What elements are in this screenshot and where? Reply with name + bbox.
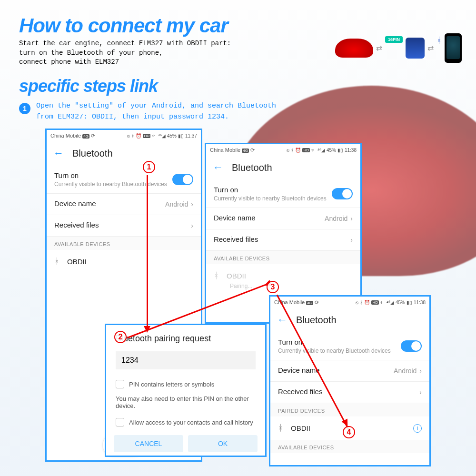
screen-title: Bluetooth — [72, 148, 113, 159]
available-devices-header: AVAILABLE DEVICES — [47, 237, 201, 250]
toggle-label: Turn on — [278, 338, 302, 346]
bidir-arrow-icon: ⇄ — [427, 46, 434, 50]
phone-icon — [445, 33, 462, 63]
battery-label: 45% — [167, 133, 177, 139]
chevron-right-icon: › — [191, 222, 193, 229]
step-description: Open the "setting" of your Android, and … — [36, 101, 276, 122]
car-icon — [335, 39, 373, 58]
battery-label: 45% — [327, 148, 336, 153]
available-devices-header: AVAILABLE DEVICES — [270, 440, 429, 453]
device-name-row[interactable]: Device name Android › — [206, 208, 360, 229]
back-arrow-icon[interactable]: ← — [53, 147, 64, 159]
row-label: Received files — [278, 387, 322, 396]
bidir-arrow-icon: ⇄ — [376, 46, 382, 50]
device-name-value: Android — [394, 367, 416, 375]
checkbox-icon[interactable] — [116, 418, 124, 426]
connection-diagram: ⇄ 16PIN ⇄ ᚼ — [335, 33, 462, 63]
status-bar: China Mobile 4G ⟳ ⎋ᚼ⏰HDᯤ⁴⁶◢45%▮▯11:37 — [47, 130, 201, 141]
chevron-right-icon: › — [419, 367, 422, 375]
toggle-switch[interactable] — [401, 340, 422, 352]
chevron-right-icon: › — [350, 236, 353, 244]
clock-label: 11:38 — [414, 300, 426, 305]
ok-button[interactable]: OK — [188, 435, 258, 452]
row-label: Device name — [54, 199, 96, 208]
pin-input[interactable]: 1234 — [116, 351, 256, 369]
toggle-switch[interactable] — [172, 174, 193, 185]
annotation-2: 2 — [114, 331, 127, 343]
received-files-row[interactable]: Received files › — [270, 382, 429, 403]
bluetooth-toggle-row[interactable]: Turn on Currently visible to nearby Blue… — [270, 332, 429, 360]
dialog-note: You may also need to enter this PIN on t… — [106, 392, 265, 414]
device-label: OBDII — [227, 272, 246, 280]
annotation-4: 4 — [343, 426, 355, 438]
bluetooth-icon: ᚼ — [54, 257, 60, 267]
annotation-3: 3 — [267, 281, 279, 293]
screen-header: ← Bluetooth — [47, 141, 201, 166]
checkbox-icon[interactable] — [116, 380, 124, 388]
screen-title: Bluetooth — [296, 315, 337, 326]
main-title: How to connect my car — [19, 14, 228, 37]
bluetooth-toggle-row[interactable]: Turn on Currently visible to nearby Blue… — [206, 180, 360, 208]
toggle-sublabel: Currently visible to nearby Bluetooth de… — [214, 195, 327, 202]
chevron-right-icon: › — [419, 388, 422, 396]
checkbox-label: Allow access to your contacts and call h… — [129, 419, 253, 426]
paired-devices-header: PAIRED DEVICES — [270, 403, 429, 416]
received-files-row[interactable]: Received files › — [47, 215, 201, 237]
row-label: Received files — [54, 221, 99, 229]
bluetooth-toggle-row[interactable]: Turn on Currently visible to nearby Blue… — [47, 166, 201, 194]
allow-contacts-checkbox-row[interactable]: Allow access to your contacts and call h… — [106, 414, 265, 430]
device-name-value: Android — [325, 215, 347, 222]
annotation-1: 1 — [143, 161, 155, 173]
info-icon[interactable]: i — [413, 424, 422, 433]
carrier-label: China Mobile — [210, 147, 240, 153]
device-obdii-row[interactable]: ᚼ OBDII — [47, 250, 201, 273]
status-bar: China Mobile 4G ⟳ ⎋ᚼ⏰HDᯤ⁴⁶◢45%▮▯11:38 — [206, 144, 360, 156]
status-bar: China Mobile 4G ⟳ ⎋ᚼ⏰HDᯤ⁴⁶◢45%▮▯11:38 — [270, 297, 429, 308]
device-name-value: Android — [165, 200, 188, 208]
screenshot-pairing-dialog: Bluetooth pairing request 1234 PIN conta… — [105, 324, 267, 457]
obd-device-icon — [406, 38, 425, 59]
screenshot-bluetooth-paired: China Mobile 4G ⟳ ⎋ᚼ⏰HDᯤ⁴⁶◢45%▮▯11:38 ← … — [269, 295, 431, 466]
bluetooth-icon: ᚼ — [436, 36, 442, 46]
clock-label: 11:38 — [345, 148, 357, 153]
bluetooth-icon: ᚼ — [214, 271, 219, 281]
cancel-button[interactable]: CANCEL — [114, 435, 183, 452]
chevron-right-icon: › — [191, 200, 193, 208]
bluetooth-icon: ᚼ — [278, 423, 283, 433]
screen-header: ← Bluetooth — [206, 156, 360, 180]
row-label: Device name — [214, 214, 256, 222]
row-label: Device name — [278, 366, 320, 374]
arrow-line — [147, 175, 148, 327]
toggle-sublabel: Currently visible to nearby Bluetooth de… — [278, 347, 391, 354]
clock-label: 11:37 — [185, 133, 197, 139]
screen-title: Bluetooth — [232, 162, 272, 173]
device-label: OBDII — [291, 424, 310, 432]
device-label: OBDII — [67, 258, 87, 266]
pin-letters-checkbox-row[interactable]: PIN contains letters or symbols — [106, 376, 265, 392]
back-arrow-icon[interactable]: ← — [277, 314, 288, 326]
label-16pin: 16PIN — [385, 36, 403, 43]
toggle-label: Turn on — [54, 171, 79, 179]
device-name-row[interactable]: Device name Android › — [47, 194, 201, 215]
checkbox-label: PIN contains letters or symbols — [129, 381, 214, 388]
intro-paragraph: Start the car engine, connect ELM327 wit… — [19, 39, 231, 67]
toggle-label: Turn on — [214, 186, 238, 194]
pairing-status: Pairing... — [230, 283, 360, 294]
received-files-row[interactable]: Received files › — [206, 229, 360, 251]
step-number-badge: 1 — [19, 103, 30, 114]
battery-label: 45% — [396, 300, 405, 305]
row-label: Received files — [214, 235, 258, 243]
device-name-row[interactable]: Device name Android › — [270, 360, 429, 382]
available-devices-header: AVAILABLE DEVICES — [206, 251, 360, 264]
chevron-right-icon: › — [350, 215, 353, 222]
subtitle: specific steps link — [19, 76, 158, 96]
carrier-label: China Mobile — [50, 133, 81, 139]
back-arrow-icon[interactable]: ← — [213, 161, 223, 174]
toggle-sublabel: Currently visible to nearby Bluetooth de… — [54, 181, 167, 188]
toggle-switch[interactable] — [332, 188, 353, 199]
